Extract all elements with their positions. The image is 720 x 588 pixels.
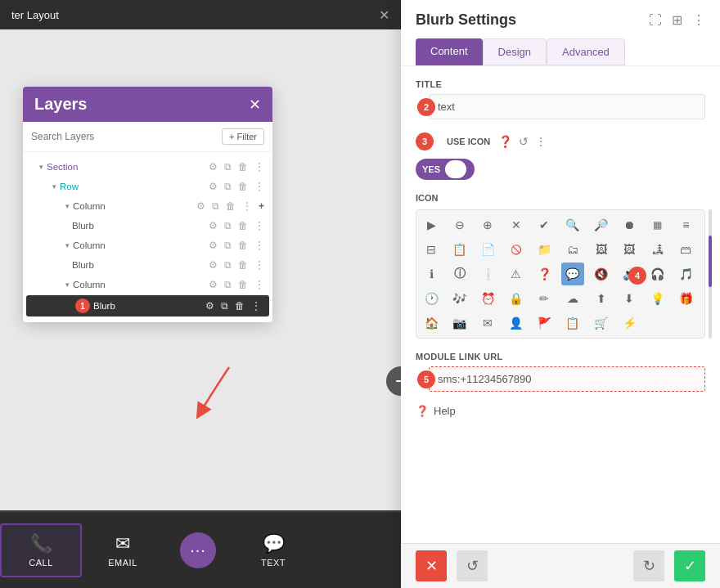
icon-home[interactable]: 🏠 [420, 312, 443, 334]
copy-icon[interactable]: ⧉ [223, 180, 233, 193]
add-icon[interactable]: + [257, 200, 266, 213]
icon-image2[interactable]: 🖼 [618, 238, 641, 261]
icon-image[interactable]: 🖼 [590, 238, 613, 261]
trash-icon[interactable]: 🗑 [236, 239, 250, 252]
title-input[interactable] [429, 94, 705, 119]
more-icon[interactable]: ⋮ [253, 180, 266, 193]
more-icon[interactable]: ⋮ [253, 219, 266, 232]
call-button[interactable]: 📞 CALL [0, 523, 82, 577]
icon-x-circle[interactable]: ✕ [505, 213, 528, 236]
icon-headphones[interactable]: 🎧 [646, 263, 669, 285]
columns-icon[interactable]: ⊞ [672, 12, 682, 28]
module-link-input[interactable] [429, 366, 705, 392]
icon-extra[interactable]: ⚡ [618, 312, 641, 334]
use-icon-toggle[interactable]: YES [416, 159, 475, 180]
copy-icon[interactable]: ⧉ [210, 200, 221, 213]
icon-music[interactable]: 🎵 [674, 263, 697, 285]
icon-grid-scrollbar[interactable] [709, 209, 712, 339]
icon-clock[interactable]: 🕐 [420, 287, 443, 310]
icon-play[interactable]: ▶ [420, 213, 443, 236]
more-icon[interactable]: ⋮ [253, 258, 266, 272]
gear-icon[interactable]: ⚙ [207, 219, 219, 232]
help-row[interactable]: ❓ Help [416, 405, 705, 417]
icon-lines[interactable]: ⊟ [420, 238, 443, 261]
layer-column-2[interactable]: ▾ Column ⚙ ⧉ 🗑 ⋮ [23, 236, 272, 255]
icon-doc2[interactable]: 📋 [448, 238, 471, 261]
more-icon[interactable]: ⋮ [250, 299, 263, 312]
layer-blurb-1[interactable]: Blurb ⚙ ⧉ 🗑 ⋮ [23, 216, 272, 236]
gear-icon[interactable]: ⚙ [204, 299, 216, 312]
icon-gift[interactable]: 🎁 [674, 287, 697, 310]
reset-button[interactable]: ↺ [457, 550, 488, 581]
icon-check-circle[interactable]: ✔ [533, 213, 556, 236]
trash-icon[interactable]: 🗑 [236, 219, 250, 232]
layer-blurb-2[interactable]: Blurb ⚙ ⧉ 🗑 ⋮ [23, 255, 272, 275]
settings-more-icon[interactable]: ⋮ [692, 12, 705, 28]
text-button[interactable]: 💬 TEXT [232, 525, 314, 576]
icon-list[interactable]: ≡ [674, 213, 697, 236]
layers-close-button[interactable]: ✕ [249, 96, 261, 114]
icon-volume-off[interactable]: 🔇 [590, 263, 613, 285]
layer-row[interactable]: ▾ Row ⚙ ⧉ 🗑 ⋮ [23, 177, 272, 196]
icon-folder[interactable]: 📁 [533, 238, 556, 261]
trash-icon[interactable]: 🗑 [236, 180, 250, 193]
icon-envelope[interactable]: ✉ [476, 312, 499, 334]
icon-help-c[interactable]: ❓ [533, 263, 556, 285]
reset-icon[interactable]: ↺ [519, 135, 529, 148]
icon-warn[interactable]: ⚠ [505, 263, 528, 285]
save-button[interactable]: ✓ [674, 550, 705, 581]
icon-tag[interactable]: ✏ [533, 287, 556, 310]
icon-cart[interactable]: 🛒 [590, 312, 613, 334]
tab-design[interactable]: Design [483, 38, 547, 65]
redo-button[interactable]: ↻ [633, 550, 664, 581]
copy-icon[interactable]: ⧉ [223, 219, 233, 232]
cancel-button[interactable]: ✕ [416, 550, 447, 581]
more-options-button[interactable]: ··· [180, 532, 216, 568]
copy-icon[interactable]: ⧉ [223, 239, 233, 252]
tab-content[interactable]: Content [416, 38, 483, 65]
icon-person[interactable]: 👤 [505, 312, 528, 334]
copy-icon[interactable]: ⧉ [219, 299, 230, 312]
more-icon[interactable]: ⋮ [253, 239, 266, 252]
icon-grid-sq[interactable]: ▦ [646, 213, 669, 236]
icon-cloud[interactable]: ☁ [561, 287, 584, 310]
layers-search-input[interactable] [31, 131, 215, 142]
icon-image4[interactable]: 🗃 [674, 238, 697, 261]
gear-icon[interactable]: ⚙ [207, 160, 219, 173]
icon-camera[interactable]: 📷 [448, 312, 471, 334]
icon-search[interactable]: 🔍 [561, 213, 584, 236]
expand-icon[interactable]: ⛶ [649, 13, 662, 28]
icon-file2[interactable]: 📋 [561, 312, 584, 334]
icon-search2[interactable]: 🔎 [590, 213, 613, 236]
icon-music2[interactable]: 🎶 [448, 287, 471, 310]
icon-volume-on[interactable]: 🔊 [618, 263, 641, 285]
icon-noimage[interactable]: 🚫 [505, 238, 528, 261]
gear-icon[interactable]: ⚙ [207, 278, 219, 291]
icon-info-c[interactable]: ℹ [420, 263, 443, 285]
trash-icon[interactable]: 🗑 [236, 160, 250, 173]
trash-icon[interactable]: 🗑 [224, 200, 237, 213]
copy-icon[interactable]: ⧉ [223, 278, 233, 291]
gear-icon[interactable]: ⚙ [207, 258, 219, 272]
icon-doc3[interactable]: 📄 [476, 238, 499, 261]
gear-icon[interactable]: ⚙ [195, 200, 207, 213]
icon-exclaim[interactable]: ❕ [476, 263, 499, 285]
layer-section[interactable]: ▾ Section ⚙ ⧉ 🗑 ⋮ [23, 157, 272, 177]
icon-cloud-dl[interactable]: ⬇ [618, 287, 641, 310]
icon-bulb[interactable]: 💡 [646, 287, 669, 310]
gear-icon[interactable]: ⚙ [207, 239, 219, 252]
layer-column-1[interactable]: ▾ Column ⚙ ⧉ 🗑 ⋮ + [23, 196, 272, 216]
layer-column-3[interactable]: ▾ Column ⚙ ⧉ 🗑 ⋮ [23, 275, 272, 294]
canvas-nav-button[interactable] [386, 366, 401, 396]
more-icon[interactable]: ⋮ [241, 200, 254, 213]
tab-advanced[interactable]: Advanced [547, 38, 625, 65]
icon-flag[interactable]: 🚩 [533, 312, 556, 334]
icon-lock[interactable]: 🔒 [505, 287, 528, 310]
more-icon[interactable]: ⋮ [535, 135, 547, 148]
icon-image3[interactable]: 🏞 [646, 238, 669, 261]
icon-clock2[interactable]: ⏰ [476, 287, 499, 310]
gear-icon[interactable]: ⚙ [207, 180, 219, 193]
icon-plus-circle[interactable]: ⊕ [476, 213, 499, 236]
trash-icon[interactable]: 🗑 [236, 258, 250, 272]
trash-icon[interactable]: 🗑 [236, 278, 250, 291]
